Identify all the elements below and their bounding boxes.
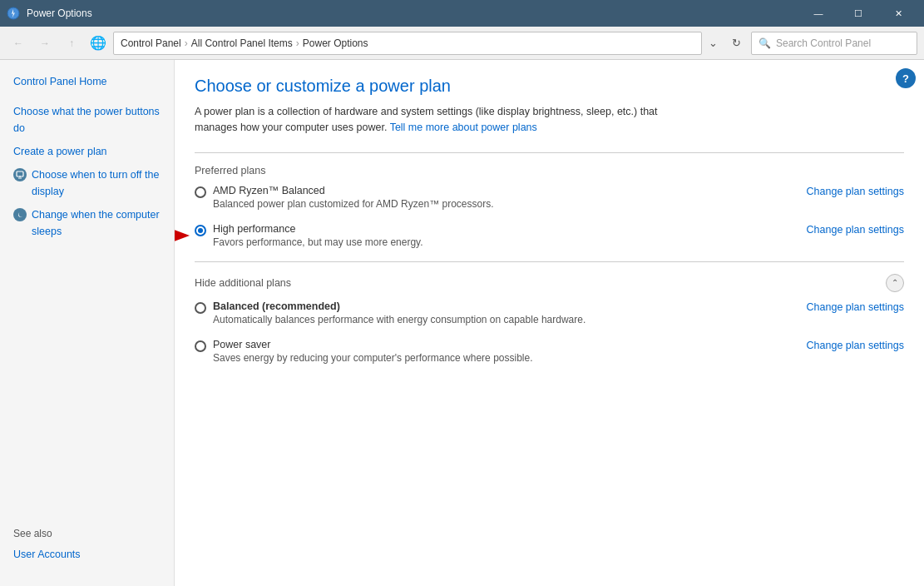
plan-change-link-amd-ryzen[interactable]: Change plan settings	[807, 186, 904, 197]
plan-item-amd-ryzen: AMD Ryzen™ Balanced Balanced power plan …	[195, 185, 904, 210]
up-button[interactable]: ↑	[60, 32, 83, 55]
monitor-icon	[13, 168, 27, 181]
sidebar-item-turn-off-display[interactable]: Choose when to turn off the display	[0, 163, 174, 203]
sidebar-item-sleep-link[interactable]: Change when the computer sleeps	[32, 206, 161, 240]
plan-name-balanced: Balanced (recommended)	[213, 300, 586, 312]
sidebar: Control Panel Home Choose what the power…	[0, 60, 175, 586]
sleep-icon	[13, 208, 27, 221]
search-box[interactable]: 🔍 Search Control Panel	[751, 32, 917, 55]
address-dropdown-button[interactable]: ⌄	[705, 37, 721, 49]
breadcrumb-all-items[interactable]: All Control Panel Items	[191, 37, 293, 49]
plan-radio-power-saver[interactable]	[195, 340, 206, 352]
additional-plans-header: Hide additional plans ⌃	[195, 274, 904, 292]
plan-name-power-saver: Power saver	[213, 339, 533, 350]
collapse-additional-plans-button[interactable]: ⌃	[886, 274, 904, 292]
plan-change-link-high-performance[interactable]: Change plan settings	[807, 224, 904, 236]
plan-radio-balanced[interactable]	[195, 302, 206, 314]
learn-more-link[interactable]: Tell me more about power plans	[390, 122, 537, 133]
search-icon: 🔍	[758, 37, 771, 49]
svg-rect-1	[17, 171, 23, 176]
sidebar-item-sleep[interactable]: Change when the computer sleeps	[0, 203, 174, 243]
breadcrumb-power-options[interactable]: Power Options	[303, 37, 368, 49]
main-content: Control Panel Home Choose what the power…	[0, 60, 924, 586]
sidebar-bottom: See also User Accounts	[0, 518, 174, 576]
app-icon	[7, 7, 20, 20]
plan-desc-balanced: Automatically balances performance with …	[213, 314, 586, 325]
back-button[interactable]: ←	[7, 32, 30, 55]
breadcrumb: Control Panel › All Control Panel Items …	[121, 37, 368, 49]
plan-desc-power-saver: Saves energy by reducing your computer's…	[213, 352, 533, 364]
preferred-plans-label: Preferred plans	[195, 165, 265, 176]
close-button[interactable]: ✕	[879, 0, 917, 27]
additional-divider	[195, 261, 904, 262]
plan-radio-high-performance[interactable]	[195, 225, 206, 236]
sidebar-item-power-buttons[interactable]: Choose what the power buttons do	[0, 100, 174, 140]
plan-item-high-performance: High performance Favors performance, but…	[195, 223, 904, 248]
addressbar: ← → ↑ 🌐 Control Panel › All Control Pane…	[0, 27, 924, 60]
plan-name-high-performance: High performance	[213, 223, 423, 235]
plan-item-power-saver: Power saver Saves energy by reducing you…	[195, 339, 904, 364]
breadcrumb-control-panel[interactable]: Control Panel	[121, 37, 181, 49]
maximize-button[interactable]: ☐	[839, 0, 877, 27]
content-area: ? Choose or customize a power plan A pow…	[175, 60, 924, 586]
sidebar-item-control-panel-home[interactable]: Control Panel Home	[0, 70, 174, 93]
plan-change-link-balanced[interactable]: Change plan settings	[807, 301, 904, 313]
forward-button[interactable]: →	[33, 32, 57, 55]
page-title: Choose or customize a power plan	[195, 77, 904, 96]
address-bar[interactable]: Control Panel › All Control Panel Items …	[113, 32, 702, 55]
globe-icon: 🌐	[86, 32, 110, 55]
sidebar-item-user-accounts[interactable]: User Accounts	[0, 543, 174, 566]
plan-item-balanced: Balanced (recommended) Automatically bal…	[195, 300, 904, 325]
plan-desc-high-performance: Favors performance, but may use more ene…	[213, 236, 423, 248]
titlebar: Power Options — ☐ ✕	[0, 0, 924, 27]
window-title: Power Options	[27, 7, 799, 19]
help-button[interactable]: ?	[896, 68, 916, 88]
preferred-plans-header: Preferred plans	[195, 165, 904, 176]
plan-radio-amd-ryzen[interactable]	[195, 186, 206, 198]
window-controls: — ☐ ✕	[799, 0, 917, 27]
preferred-divider	[195, 152, 904, 153]
refresh-button[interactable]: ↻	[724, 32, 748, 55]
content-description: A power plan is a collection of hardware…	[195, 104, 694, 136]
sidebar-item-create-plan[interactable]: Create a power plan	[0, 140, 174, 163]
minimize-button[interactable]: —	[799, 0, 838, 27]
plan-desc-amd-ryzen: Balanced power plan customized for AMD R…	[213, 198, 493, 210]
search-placeholder: Search Control Panel	[776, 37, 871, 49]
additional-plans-label: Hide additional plans	[195, 277, 291, 289]
arrow-annotation	[175, 219, 195, 255]
sidebar-links: Control Panel Home Choose what the power…	[0, 70, 174, 243]
sidebar-item-display-link[interactable]: Choose when to turn off the display	[32, 166, 161, 200]
plan-name-amd-ryzen: AMD Ryzen™ Balanced	[213, 185, 493, 196]
plan-change-link-power-saver[interactable]: Change plan settings	[807, 340, 904, 351]
see-also-label: See also	[0, 518, 174, 543]
